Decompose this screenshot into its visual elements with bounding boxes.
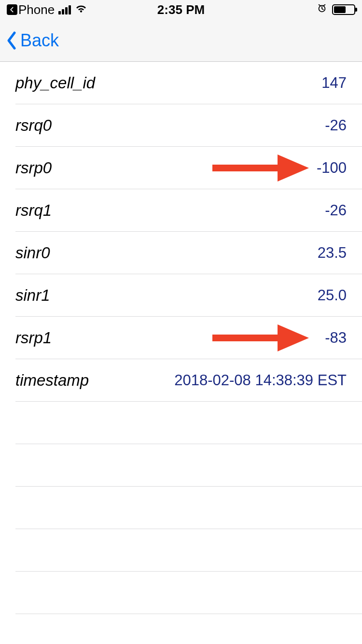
row-value: 25.0 xyxy=(318,287,347,304)
row-label: rsrq0 xyxy=(15,116,52,135)
battery-icon xyxy=(332,4,355,15)
table-row: .. xyxy=(15,529,362,572)
table-row[interactable]: rsrp1-83 xyxy=(15,317,362,359)
table-row: .. xyxy=(15,444,362,487)
row-label: phy_cell_id xyxy=(15,74,95,92)
cellular-signal-icon xyxy=(58,5,71,14)
status-left: Phone xyxy=(7,2,87,17)
row-value: 2018-02-08 14:38:39 EST xyxy=(174,372,347,389)
row-label: rsrp1 xyxy=(15,329,52,347)
row-label: rsrq1 xyxy=(15,201,52,220)
row-value: -26 xyxy=(325,117,347,134)
row-value: -26 xyxy=(325,202,347,219)
data-list: phy_cell_id147rsrq0-26rsrp0-100rsrq1-26s… xyxy=(0,62,362,614)
table-row[interactable]: sinr125.0 xyxy=(15,274,362,317)
status-bar: Phone 2:35 PM xyxy=(0,0,362,19)
back-button[interactable]: Back xyxy=(5,30,59,51)
alarm-icon xyxy=(317,3,327,16)
row-label: sinr1 xyxy=(15,286,50,305)
return-to-app-button[interactable]: Phone xyxy=(7,2,55,17)
row-label: timestamp xyxy=(15,371,89,390)
nav-bar: Back xyxy=(0,19,362,62)
table-row[interactable]: sinr023.5 xyxy=(15,232,362,274)
wifi-icon xyxy=(75,2,87,17)
table-row: .. xyxy=(15,402,362,444)
table-row[interactable]: rsrq0-26 xyxy=(15,104,362,147)
back-button-label: Back xyxy=(20,30,59,51)
chevron-left-icon xyxy=(7,4,17,15)
table-row[interactable]: rsrq1-26 xyxy=(15,189,362,232)
table-row[interactable]: timestamp2018-02-08 14:38:39 EST xyxy=(15,359,362,402)
status-time: 2:35 PM xyxy=(157,2,205,17)
chevron-left-icon xyxy=(5,31,18,50)
row-value: 23.5 xyxy=(318,244,347,262)
row-value: -83 xyxy=(325,329,347,347)
row-label: rsrp0 xyxy=(15,159,52,177)
table-row[interactable]: phy_cell_id147 xyxy=(15,62,362,104)
row-value: -100 xyxy=(317,159,347,177)
table-row: .. xyxy=(15,572,362,614)
status-right xyxy=(317,3,355,16)
return-to-app-label: Phone xyxy=(18,2,55,17)
row-value: 147 xyxy=(321,74,347,92)
table-row[interactable]: rsrp0-100 xyxy=(15,147,362,189)
row-label: sinr0 xyxy=(15,244,50,262)
table-row: .. xyxy=(15,487,362,529)
